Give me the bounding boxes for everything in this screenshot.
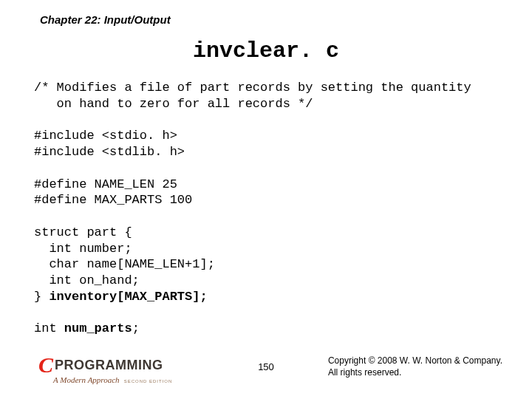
code-line: char name[NAME_LEN+1]; (34, 257, 215, 271)
slide-title: invclear. c (0, 38, 532, 64)
copyright-line: All rights reserved. (328, 366, 502, 378)
code-line: #include <stdlib. h> (34, 145, 185, 159)
code-line: #define MAX_PARTS 100 (34, 193, 192, 207)
code-line: struct part { (34, 225, 132, 239)
logo-edition: SECOND EDITION (124, 379, 173, 383)
code-line: on hand to zero for all records */ (34, 97, 313, 111)
slide: Chapter 22: Input/Output invclear. c /* … (0, 0, 532, 399)
code-line: #define NAME_LEN 25 (34, 177, 177, 191)
code-line: } (34, 290, 49, 304)
logo-sub-text: A Modern Approach (53, 375, 120, 384)
code-line: /* Modifies a file of part records by se… (34, 81, 471, 95)
footer: CPROGRAMMING A Modern ApproachSECOND EDI… (0, 346, 532, 386)
code-line: int (34, 321, 64, 335)
copyright: Copyright © 2008 W. W. Norton & Company.… (328, 355, 502, 378)
code-line: int on_hand; (34, 273, 140, 287)
code-line: ; (132, 321, 140, 335)
code-block: /* Modifies a file of part records by se… (34, 80, 517, 337)
logo-subtitle: A Modern ApproachSECOND EDITION (53, 375, 172, 384)
code-line: int number; (34, 242, 132, 256)
code-line: #include <stdio. h> (34, 129, 177, 143)
chapter-heading: Chapter 22: Input/Output (40, 13, 171, 26)
copyright-line: Copyright © 2008 W. W. Norton & Company. (328, 355, 502, 366)
code-bold: num_parts (64, 321, 132, 335)
code-bold: inventory[MAX_PARTS]; (49, 290, 207, 304)
